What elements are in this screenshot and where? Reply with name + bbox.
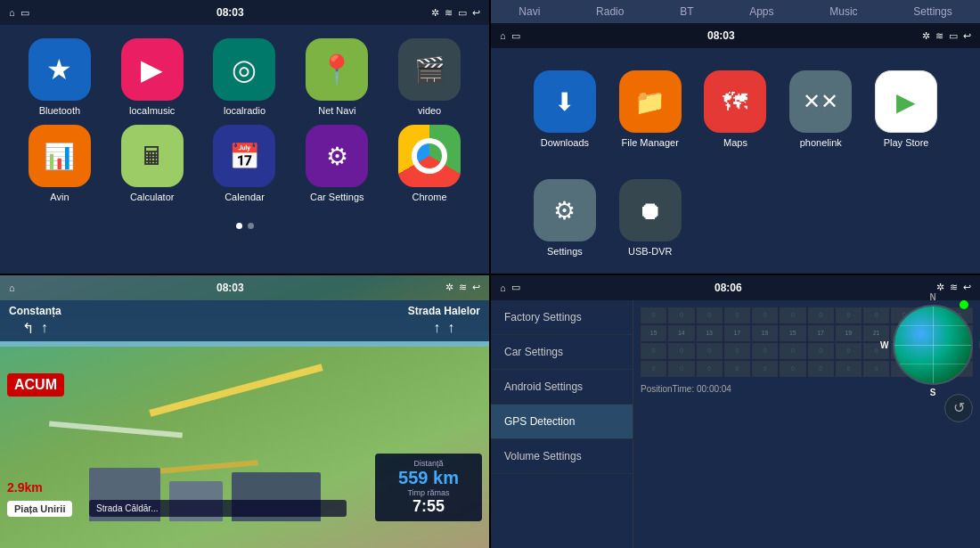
gps-cell: 0 bbox=[724, 307, 750, 323]
app-settings[interactable]: ⚙ Settings bbox=[527, 179, 603, 257]
time-display-2: 08:03 bbox=[707, 29, 735, 42]
nav-music[interactable]: Music bbox=[829, 5, 857, 18]
app-netnavi[interactable]: 📍 Net Navi bbox=[295, 38, 379, 116]
piata-label: Piața Unirii bbox=[7, 501, 72, 517]
gps-cell: 0 bbox=[752, 343, 778, 359]
panel-top-right: Navi Radio BT Apps Music Settings ⌂ ▭ 08… bbox=[491, 0, 980, 274]
compass-display: N S W E bbox=[893, 305, 973, 385]
app-icon-playstore: ▶ bbox=[875, 70, 937, 133]
gps-cell: 19 bbox=[752, 325, 778, 341]
up-arrow-2: ↑ bbox=[447, 320, 454, 336]
bluetooth-status-icon: ✲ bbox=[431, 7, 439, 19]
distance-label: 2.9km bbox=[7, 480, 43, 495]
app-maps[interactable]: 🗺 Maps bbox=[698, 70, 774, 148]
nav-header: Navi Radio BT Apps Music Settings bbox=[491, 0, 980, 23]
top-bar-4: ⌂ ▭ 08:06 ✲ ≋ ↩ bbox=[491, 275, 980, 300]
nav-radio[interactable]: Radio bbox=[596, 5, 624, 18]
turn-arrow: ↑ bbox=[41, 320, 48, 337]
gps-cell: 0 bbox=[808, 361, 834, 377]
app-icon-phonelink: ✕✕ bbox=[789, 70, 852, 133]
gps-cell: 0 bbox=[808, 343, 834, 359]
app-downloads[interactable]: ⬇ Downloads bbox=[527, 70, 603, 148]
bluetooth-status-icon-2: ✲ bbox=[922, 30, 930, 42]
home-icon[interactable]: ⌂ bbox=[9, 7, 15, 18]
settings-menu: Factory Settings Car Settings Android Se… bbox=[491, 300, 633, 549]
nav-navi[interactable]: Navi bbox=[519, 5, 540, 18]
refresh-button[interactable]: ↺ bbox=[944, 394, 973, 422]
window-icon-2[interactable]: ▭ bbox=[511, 30, 520, 42]
app-icon-netnavi: 📍 bbox=[306, 38, 368, 101]
route-info-box: Distanță 559 km Timp rămas 7:55 bbox=[375, 454, 482, 521]
back-icon-2[interactable]: ↩ bbox=[963, 30, 971, 42]
gps-cell: 17 bbox=[724, 325, 750, 341]
window-icon-4[interactable]: ▭ bbox=[511, 282, 520, 293]
settings-layout: Factory Settings Car Settings Android Se… bbox=[491, 300, 980, 549]
app-bluetooth[interactable]: ★ Bluetooth bbox=[18, 38, 102, 116]
strada-bottom: Strada Căldăr... bbox=[89, 500, 347, 517]
screen-icon-2: ▭ bbox=[949, 30, 958, 42]
back-icon[interactable]: ↩ bbox=[472, 7, 480, 19]
gps-cell: 0 bbox=[836, 343, 862, 359]
app-chrome[interactable]: Chrome bbox=[388, 125, 471, 202]
signal-icon-2: ≋ bbox=[935, 30, 943, 42]
gps-cell: 0 bbox=[836, 307, 862, 323]
app-icon-downloads: ⬇ bbox=[534, 70, 596, 133]
panel-bottom-left: ⌂ 08:03 ✲ ≋ ↩ bbox=[0, 275, 489, 549]
nav-bt[interactable]: BT bbox=[680, 5, 693, 18]
gps-cell: 0 bbox=[697, 343, 723, 359]
app-icon-chrome bbox=[398, 125, 461, 187]
nav-settings[interactable]: Settings bbox=[913, 5, 951, 18]
dot-1[interactable] bbox=[236, 223, 242, 229]
gps-cell: 0 bbox=[641, 307, 666, 323]
page-dots-1 bbox=[0, 216, 489, 236]
gps-cell: 0 bbox=[724, 361, 750, 377]
app-localradio[interactable]: ◎ localradio bbox=[203, 38, 287, 116]
menu-factory-settings[interactable]: Factory Settings bbox=[491, 300, 633, 335]
app-carsettings[interactable]: ⚙ Car Settings bbox=[295, 125, 379, 202]
app-phonelink[interactable]: ✕✕ phonelink bbox=[782, 70, 859, 148]
gps-cell: 15 bbox=[641, 325, 666, 341]
nav-apps[interactable]: Apps bbox=[749, 5, 773, 18]
compass-south: S bbox=[930, 388, 936, 397]
gps-cell: 0 bbox=[641, 343, 666, 359]
app-calendar[interactable]: 📅 Calendar bbox=[203, 125, 287, 202]
home-icon-2[interactable]: ⌂ bbox=[500, 30, 506, 41]
gps-cell: 0 bbox=[863, 361, 889, 377]
gps-cell: 17 bbox=[808, 325, 834, 341]
app-localmusic[interactable]: ▶ localmusic bbox=[110, 38, 194, 116]
app-avin[interactable]: 📊 Avin bbox=[18, 125, 102, 202]
gps-cell: 0 bbox=[668, 343, 694, 359]
menu-car-settings[interactable]: Car Settings bbox=[491, 335, 633, 370]
app-filemanager[interactable]: 📁 File Manager bbox=[612, 70, 689, 148]
app-usbdvr[interactable]: ⏺ USB-DVR bbox=[612, 179, 689, 257]
menu-android-settings[interactable]: Android Settings bbox=[491, 370, 633, 405]
home-icon-3[interactable]: ⌂ bbox=[9, 282, 15, 293]
app-video[interactable]: 🎬 video bbox=[388, 38, 471, 116]
app-icon-usbdvr: ⏺ bbox=[619, 179, 682, 241]
screen-icon: ▭ bbox=[458, 7, 467, 19]
top-bar-1: ⌂ ▭ 08:03 ✲ ≋ ▭ ↩ bbox=[0, 0, 489, 25]
home-icon-4[interactable]: ⌂ bbox=[500, 282, 506, 293]
window-icon[interactable]: ▭ bbox=[20, 7, 29, 19]
app-playstore[interactable]: ▶ Play Store bbox=[868, 70, 944, 148]
compass-globe bbox=[893, 305, 973, 385]
app-icon-video: 🎬 bbox=[398, 38, 461, 101]
dot-2[interactable] bbox=[248, 223, 254, 229]
panel-top-left: ⌂ ▭ 08:03 ✲ ≋ ▭ ↩ ★ Bluetooth ▶ localmus… bbox=[0, 0, 489, 274]
menu-volume-settings[interactable]: Volume Settings bbox=[491, 439, 633, 474]
signal-icon-4: ≋ bbox=[950, 282, 958, 293]
menu-gps-detection[interactable]: GPS Detection bbox=[491, 405, 633, 439]
app-icon-calculator: 🖩 bbox=[121, 125, 184, 187]
signal-icon-3: ≋ bbox=[459, 282, 467, 293]
app-calculator[interactable]: 🖩 Calculator bbox=[110, 125, 194, 202]
map-direction-bar: Constanța ↰ ↑ Strada Halelor ↑ ↑ bbox=[0, 300, 489, 341]
app-icon-filemanager: 📁 bbox=[619, 70, 682, 133]
gps-cell: 0 bbox=[780, 307, 805, 323]
gps-cell: 0 bbox=[668, 361, 694, 377]
back-icon-3[interactable]: ↩ bbox=[472, 282, 480, 293]
gps-cell: 0 bbox=[780, 343, 805, 359]
app-grid-2-wrapper: ⬇ Downloads 📁 File Manager 🗺 Maps ✕✕ pho… bbox=[491, 48, 980, 274]
gps-cell: 0 bbox=[808, 307, 834, 323]
back-icon-4[interactable]: ↩ bbox=[963, 282, 971, 293]
up-arrow-1: ↑ bbox=[433, 320, 440, 336]
